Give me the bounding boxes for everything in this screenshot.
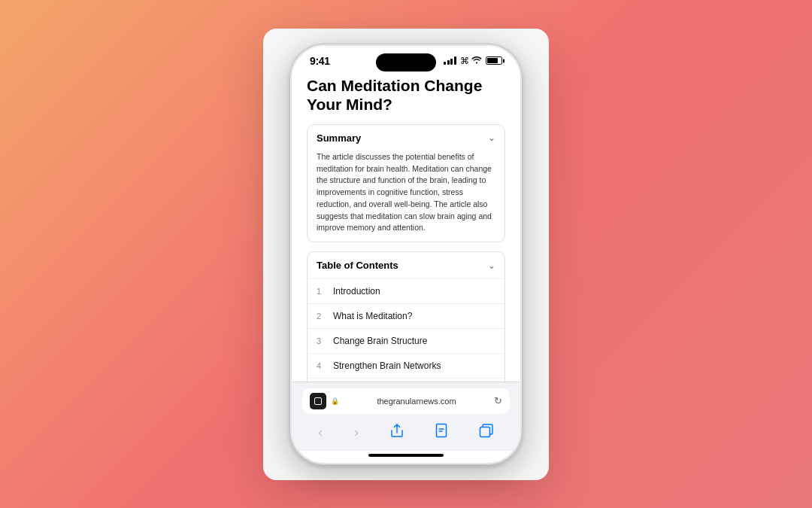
toc-item-number: 3 (317, 336, 327, 345)
toc-item[interactable]: 4 Strengthen Brain Networks (308, 353, 504, 378)
toc-item-number: 1 (317, 287, 327, 296)
toc-item-text: Strengthen Brain Networks (333, 360, 441, 371)
svg-rect-0 (437, 424, 447, 437)
dynamic-island (376, 53, 436, 71)
battery-icon (486, 56, 502, 65)
toc-header[interactable]: Table of Contents ⌄ (308, 252, 504, 278)
summary-body: The article discusses the potential bene… (308, 151, 504, 242)
tabs-button[interactable] (473, 421, 500, 443)
summary-chevron-icon: ⌄ (488, 132, 495, 143)
share-button[interactable] (384, 421, 410, 443)
status-time: 9:41 (310, 55, 330, 67)
status-icons: ⌘ (444, 56, 502, 66)
url-display: thegranularnews.com (344, 397, 489, 406)
wifi-icon: ⌘ (460, 56, 482, 66)
toc-item[interactable]: 2 What is Meditation? (308, 303, 504, 328)
phone-screen: 9:41 ⌘ (292, 46, 520, 463)
toc-label: Table of Contents (317, 260, 398, 271)
toc-item-number: 2 (317, 312, 327, 321)
summary-section: Summary ⌄ The article discusses the pote… (307, 124, 505, 242)
status-bar: 9:41 ⌘ (292, 46, 520, 70)
toc-item-text: Introduction (333, 286, 380, 297)
summary-header[interactable]: Summary ⌄ (308, 125, 504, 151)
tab-squares-icon (314, 397, 322, 405)
lock-icon: 🔒 (331, 397, 339, 405)
back-button[interactable]: ‹ (312, 423, 329, 442)
toc-item[interactable]: 1 Introduction (308, 278, 504, 303)
toc-item-number: 4 (317, 361, 327, 370)
svg-rect-1 (480, 427, 490, 437)
bookmarks-button[interactable] (429, 421, 453, 443)
toc-list: 1 Introduction 2 What is Meditation? 3 C… (308, 278, 504, 381)
paper-background: 9:41 ⌘ (263, 29, 549, 480)
reload-icon[interactable]: ↻ (494, 395, 502, 406)
forward-button[interactable]: › (348, 423, 365, 442)
toc-section: Table of Contents ⌄ 1 Introduction 2 Wha… (307, 251, 505, 381)
toc-item-text: Change Brain Structure (333, 336, 427, 346)
address-bar[interactable]: 🔒 thegranularnews.com ↻ (302, 388, 510, 414)
toc-chevron-icon: ⌄ (488, 260, 495, 271)
signal-icon (444, 56, 456, 65)
browser-bar: 🔒 thegranularnews.com ↻ ‹ › (292, 382, 520, 451)
article-title: Can Meditation Change Your Mind? (307, 76, 505, 114)
toc-item[interactable]: 3 Change Brain Structure (308, 328, 504, 353)
home-indicator (368, 454, 444, 457)
nav-bar: ‹ › (302, 420, 510, 446)
summary-label: Summary (317, 132, 361, 144)
toc-item-text: What is Meditation? (333, 311, 412, 321)
tab-icon (310, 393, 326, 409)
phone-frame: 9:41 ⌘ (289, 44, 523, 465)
article-content[interactable]: Can Meditation Change Your Mind? Summary… (292, 70, 520, 382)
